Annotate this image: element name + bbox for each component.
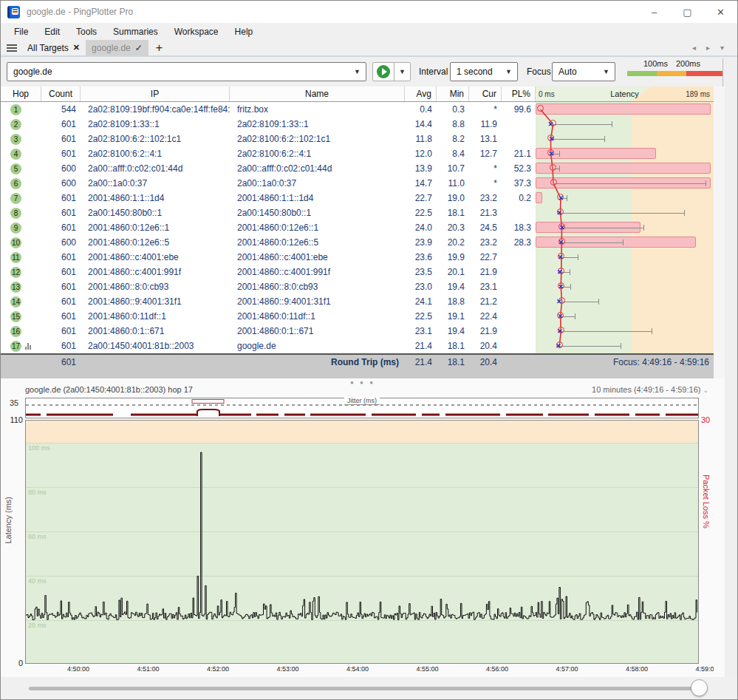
table-row-hop-13[interactable]: 136012001:4860::8:0:cb932001:4860::8:0:c… — [1, 279, 714, 294]
maximize-button[interactable]: ▢ — [671, 1, 704, 23]
table-scrollbar[interactable] — [714, 86, 725, 378]
new-tab-button[interactable]: + — [148, 41, 170, 55]
ip-cell: 2a00:1450:80b0::1 — [81, 208, 230, 218]
tab-list-dropdown-icon[interactable]: ▾ — [720, 44, 724, 52]
menu-item-tools[interactable]: Tools — [69, 24, 104, 39]
pl-cell: 99.6 — [502, 104, 536, 115]
latency-timeline-graph[interactable]: 100 ms80 ms60 ms40 ms20 ms — [25, 420, 699, 664]
menu-item-help[interactable]: Help — [228, 24, 261, 39]
tab-all-targets[interactable]: All Targets ✕ — [21, 40, 86, 55]
tab-close-icon[interactable]: ✕ — [73, 43, 80, 52]
tab-google-de[interactable]: google.de ✓ — [86, 40, 148, 55]
col-ip[interactable]: IP — [81, 86, 230, 101]
table-row-hop-10[interactable]: 106002001:4860:0:12e6::52001:4860:0:12e6… — [1, 235, 714, 250]
menu-item-file[interactable]: File — [7, 24, 35, 39]
minimize-button[interactable]: – — [638, 1, 671, 23]
ip-cell: 2001:4860:0:11df::1 — [81, 311, 230, 322]
focus-combobox[interactable]: Auto ▼ — [552, 62, 615, 81]
table-row-hop-14[interactable]: 146012001:4860::9:4001:31f12001:4860::9:… — [1, 294, 714, 309]
hop-badge: 3 — [10, 134, 21, 145]
footer-roundtrip-label: Round Trip (ms) — [81, 356, 405, 367]
name-cell: 2001:4860:0:12e6::5 — [230, 237, 405, 248]
footer-count: 601 — [41, 356, 81, 367]
hamburger-icon[interactable] — [7, 44, 17, 52]
timeline-scrollbar-track[interactable] — [29, 687, 703, 690]
ip-cell: 2a02:8100:6:2::102:1c1 — [81, 134, 230, 144]
col-avg[interactable]: Avg — [405, 86, 437, 101]
col-hop[interactable]: Hop — [1, 86, 41, 101]
ip-cell: 2001:4860::c:4001:ebe — [81, 252, 230, 262]
chevron-down-icon[interactable]: ▼ — [354, 68, 361, 75]
table-row-hop-9[interactable]: 96012001:4860:0:12e6::12001:4860:0:12e6:… — [1, 220, 714, 235]
table-row-hop-6[interactable]: 66002a00::1a0:0:372a00::1a0:0:3714.711.0… — [1, 176, 714, 191]
table-row-hop-3[interactable]: 36012a02:8100:6:2::102:1c12a02:8100:6:2:… — [1, 132, 714, 146]
footer-avg: 21.4 — [405, 356, 437, 367]
table-row-hop-12[interactable]: 126012001:4860::c:4001:991f2001:4860::c:… — [1, 265, 714, 279]
time-tick-label: 4:54:00 — [346, 665, 369, 673]
timeline-scrollbar-thumb[interactable] — [691, 679, 708, 696]
start-options-dropdown[interactable]: ▼ — [394, 62, 411, 81]
table-row-hop-16[interactable]: 166012001:4860:0:1::6712001:4860:0:1::67… — [1, 324, 714, 339]
hop-badge: 17 — [10, 341, 21, 352]
cur-cell: 12.7 — [469, 149, 502, 159]
ip-cell: 2a02:8109:1:33::1 — [81, 119, 230, 129]
tab-scroll-right-icon[interactable]: ▸ — [706, 44, 710, 52]
current-marker: ✕ — [556, 208, 562, 217]
latency-cell — [536, 102, 714, 117]
col-cur[interactable]: Cur — [469, 86, 502, 101]
table-row-hop-11[interactable]: 116012001:4860::c:4001:ebe2001:4860::c:4… — [1, 250, 714, 265]
timeline-range-label: 10 minutes (4:49:16 - 4:59:16) — [592, 385, 700, 394]
menu-item-edit[interactable]: Edit — [37, 24, 67, 39]
table-row-hop-1[interactable]: 15442a02:8109:19bf:f904:ca0e:14ff:fe84:3… — [1, 102, 714, 117]
current-marker: ✕ — [556, 297, 562, 306]
name-cell: 2a00::1a0:0:37 — [230, 178, 405, 188]
col-latency[interactable]: 0 ms Latency 189 ms — [536, 86, 714, 101]
warning-zone — [632, 117, 714, 132]
col-min[interactable]: Min — [437, 86, 469, 101]
hop-badge: 5 — [10, 163, 21, 174]
interval-combobox[interactable]: 1 second ▼ — [450, 62, 518, 81]
col-count[interactable]: Count — [41, 86, 81, 101]
timeline-range-selector[interactable]: 10 minutes (4:49:16 - 4:59:16)⌄ — [592, 385, 708, 394]
table-row-hop-17[interactable]: 176012a00:1450:4001:81b::2003google.de21… — [1, 339, 714, 353]
table-row-hop-7[interactable]: 76012001:4860:1:1::1d42001:4860:1:1::1d4… — [1, 191, 714, 205]
hop-cell: 7 — [1, 193, 41, 204]
hop-cell: 4 — [1, 149, 41, 160]
menu-item-workspace[interactable]: Workspace — [167, 24, 226, 39]
avg-cell: 14.4 — [405, 119, 437, 129]
count-cell: 601 — [41, 282, 81, 292]
avg-cell: 22.7 — [405, 193, 437, 203]
latency-title: Latency — [610, 89, 639, 98]
name-cell: 2001:4860:0:1::671 — [230, 326, 405, 336]
table-row-hop-5[interactable]: 56002a00::afff:0:c02:c01:44d2a00::afff:0… — [1, 161, 714, 176]
count-cell: 601 — [41, 134, 81, 144]
min-cell: 10.7 — [437, 163, 469, 174]
table-row-hop-15[interactable]: 156012001:4860:0:11df::12001:4860:0:11df… — [1, 309, 714, 324]
col-pl[interactable]: PL% — [502, 86, 536, 101]
current-marker: ✕ — [558, 253, 564, 262]
time-tick-label: 4:57:00 — [556, 665, 578, 673]
pingplotter-window: google.de - PingPlotter Pro – ▢ ✕ FileEd… — [0, 0, 738, 700]
warning-zone — [632, 279, 714, 294]
min-cell: 18.1 — [437, 208, 469, 218]
col-name[interactable]: Name — [230, 86, 405, 101]
packet-loss-bar — [536, 192, 542, 203]
cur-cell: 24.5 — [469, 222, 502, 233]
chevron-down-icon[interactable]: ▼ — [603, 68, 609, 75]
chevron-down-icon[interactable]: ▼ — [505, 68, 512, 75]
close-button[interactable]: ✕ — [704, 1, 737, 23]
current-marker: ✕ — [558, 194, 564, 203]
table-row-hop-4[interactable]: 46012a02:8100:6:2::4:12a02:8100:6:2::4:1… — [1, 146, 714, 161]
tab-scroll-left-icon[interactable]: ◂ — [692, 44, 696, 52]
latency-cell — [536, 176, 714, 191]
hop-badge: 10 — [10, 237, 21, 248]
latency-cell: ✕ — [536, 132, 714, 146]
target-combobox[interactable]: google.de ▼ — [7, 62, 366, 81]
latency-cell — [536, 161, 714, 176]
packet-loss-bar — [536, 163, 711, 174]
start-button[interactable] — [372, 62, 394, 81]
table-row-hop-2[interactable]: 26012a02:8109:1:33::12a02:8109:1:33::114… — [1, 117, 714, 132]
table-row-hop-8[interactable]: 86012a00:1450:80b0::12a00:1450:80b0::122… — [1, 205, 714, 220]
menu-item-summaries[interactable]: Summaries — [106, 24, 165, 39]
jitter-graph[interactable]: Jitter (ms) — [25, 398, 699, 418]
